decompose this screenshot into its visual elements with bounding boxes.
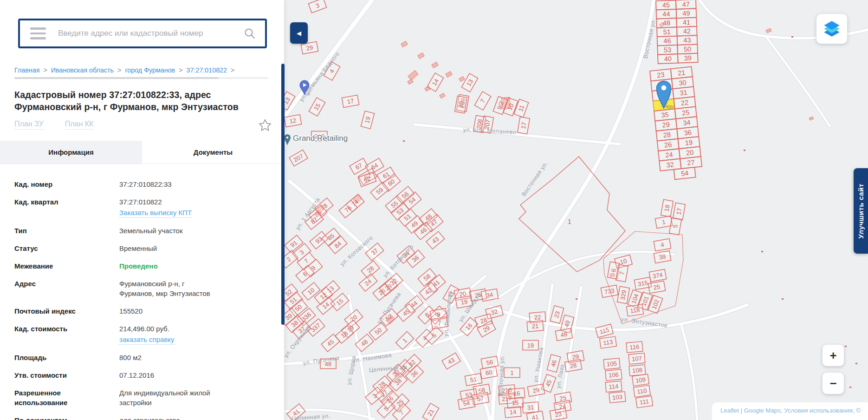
breadcrumb-link[interactable]: Главная: [14, 66, 39, 74]
parcel[interactable]: 329: [617, 286, 630, 303]
layers-button[interactable]: [816, 14, 847, 44]
parcel[interactable]: 115: [596, 324, 613, 337]
google-maps-link[interactable]: Google Maps: [744, 407, 781, 414]
parcel[interactable]: 113: [600, 336, 617, 348]
parcel[interactable]: 374: [649, 269, 666, 282]
parcel[interactable]: 15: [309, 98, 325, 116]
improve-site-tab[interactable]: Улучшить сайт: [854, 168, 868, 254]
parcel[interactable]: 733: [601, 285, 618, 298]
info-value-text: для строительства индивидуального жилого: [119, 415, 220, 420]
svg-text:51: 51: [663, 28, 671, 36]
info-value-text: 37:27:010822: [119, 197, 220, 207]
parcel[interactable]: 207: [289, 150, 308, 166]
svg-text:105: 105: [607, 360, 617, 368]
svg-text:103: 103: [612, 394, 623, 401]
breadcrumb-scrollbar[interactable]: [14, 77, 268, 79]
map-attribution: Leaflet | Google Maps, Условия использов…: [712, 402, 868, 420]
info-value-link[interactable]: Заказать выписку КПТ: [119, 208, 192, 218]
zoom-out-button[interactable]: −: [823, 373, 844, 394]
parcel[interactable]: 21: [422, 403, 439, 420]
svg-text:31: 31: [527, 404, 534, 411]
parcel[interactable]: 54: [458, 397, 475, 410]
info-value: 07.12.2016: [119, 370, 220, 380]
info-label: Тип: [14, 226, 119, 236]
plan-link[interactable]: План ЗУ: [14, 120, 44, 130]
zoom-in-button[interactable]: +: [823, 345, 844, 366]
parcel[interactable]: 7: [474, 92, 491, 110]
parcel[interactable]: 37: [365, 243, 384, 261]
map-mark: [845, 346, 847, 347]
svg-text:48: 48: [560, 330, 568, 338]
parcel[interactable]: 13: [461, 73, 478, 92]
parcel[interactable]: 15: [330, 293, 349, 311]
parcel[interactable]: 24: [359, 274, 377, 291]
parcel[interactable]: 17: [673, 203, 686, 220]
svg-text:108: 108: [632, 367, 643, 374]
parcel[interactable]: 17: [342, 95, 359, 108]
parcel[interactable]: 103: [609, 392, 626, 403]
svg-text:17: 17: [519, 122, 527, 130]
poi-label[interactable]: Grand Retailing: [293, 134, 348, 143]
parcel[interactable]: 23: [550, 408, 567, 420]
parcel[interactable]: 19: [523, 341, 538, 350]
parcel[interactable]: 43: [442, 353, 460, 369]
poi-pin-icon[interactable]: [284, 134, 291, 145]
parcel[interactable]: 19: [361, 111, 374, 129]
menu-button[interactable]: [30, 27, 46, 39]
parcel[interactable]: 17: [518, 117, 530, 134]
favorite-star-icon[interactable]: [258, 118, 272, 132]
parcel[interactable]: 43: [426, 231, 445, 249]
parcel[interactable]: 18: [661, 199, 674, 217]
app-root: Главная>Ивановская область>город Фурмано…: [0, 0, 868, 420]
svg-text:17: 17: [347, 97, 355, 105]
panel-scrollbar[interactable]: [281, 64, 285, 325]
parcel[interactable]: 50: [369, 322, 388, 340]
breadcrumb-separator: >: [179, 66, 182, 74]
building: [401, 41, 408, 47]
info-row: Кад. стоимость214,496.00 руб.заказать сп…: [14, 324, 271, 345]
parcel[interactable]: 111: [636, 396, 653, 408]
map-area[interactable]: 3294171315121920820714209137208207676462…: [284, 0, 868, 420]
breadcrumb-link[interactable]: город Фурманов: [125, 66, 175, 74]
breadcrumb-link[interactable]: 37:27:010822: [187, 66, 227, 74]
parcel[interactable]: 108: [629, 365, 646, 376]
breadcrumb-link[interactable]: Ивановская область: [51, 66, 114, 74]
parcel[interactable]: 62: [358, 172, 376, 186]
svg-text:15: 15: [512, 399, 519, 407]
parcel[interactable]: 1: [504, 368, 520, 378]
parcel[interactable]: 1: [655, 216, 672, 229]
info-panel: Главная>Ивановская область>город Фурмано…: [0, 0, 284, 420]
svg-text:18: 18: [663, 204, 671, 212]
cadastral-map[interactable]: 3294171315121920820714209137208207676462…: [284, 0, 868, 420]
collapse-panel-button[interactable]: ◀: [290, 22, 308, 44]
tab-документы[interactable]: Документы: [142, 141, 284, 164]
parcel[interactable]: 107: [628, 353, 645, 364]
info-value-link[interactable]: заказать справку: [119, 335, 175, 345]
tab-информация[interactable]: Информация: [0, 141, 142, 164]
parcel[interactable]: 31: [522, 402, 539, 413]
parcel[interactable]: 3: [308, 0, 326, 13]
search-icon[interactable]: [244, 27, 256, 39]
parcel[interactable]: 23: [550, 306, 564, 323]
parcel[interactable]: 21: [527, 321, 544, 332]
search-input[interactable]: [46, 29, 244, 38]
parcel[interactable]: 114: [605, 381, 622, 392]
parcel[interactable]: 14: [505, 407, 521, 418]
terms-link[interactable]: Условия использования: [784, 407, 853, 414]
svg-text:34: 34: [683, 118, 691, 127]
parcel[interactable]: 106: [605, 369, 622, 381]
svg-text:19: 19: [527, 342, 534, 349]
parcel[interactable]: 4: [654, 239, 671, 251]
building: [432, 62, 438, 68]
leaflet-link[interactable]: Leaflet: [720, 407, 739, 414]
plan-link[interactable]: План КК: [65, 120, 94, 130]
parcel[interactable]: 109: [632, 374, 649, 386]
parcel[interactable]: 105: [603, 358, 620, 369]
parcel[interactable]: 48: [555, 328, 572, 341]
info-value: 214,496.00 руб.заказать справку: [119, 324, 220, 345]
parcel[interactable]: 116: [626, 341, 643, 353]
svg-text:42: 42: [683, 27, 691, 35]
parcel[interactable]: 29: [527, 384, 544, 397]
parcel[interactable]: 110: [634, 385, 651, 397]
parcel[interactable]: 118: [627, 304, 644, 316]
